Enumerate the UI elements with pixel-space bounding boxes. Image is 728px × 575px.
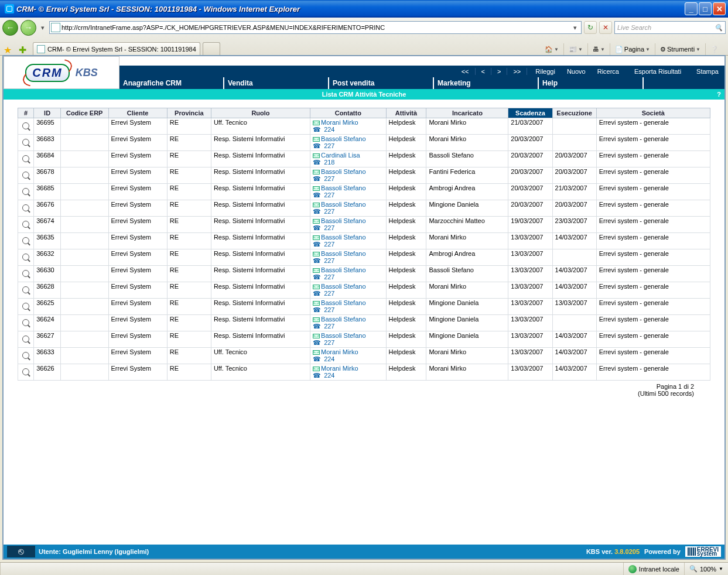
nuovo-button[interactable]: Nuovo xyxy=(561,68,592,75)
view-row-button[interactable] xyxy=(18,118,34,135)
contact-link[interactable]: Bassoli Stefano xyxy=(321,283,365,290)
print-button[interactable]: 🖶▼ xyxy=(590,45,607,54)
contact-link[interactable]: Cardinali Lisa xyxy=(321,152,360,159)
logout-button[interactable]: ⎋ xyxy=(7,546,35,557)
mail-icon[interactable] xyxy=(313,137,320,142)
refresh-button[interactable]: ↻ xyxy=(584,21,597,34)
mail-icon[interactable] xyxy=(313,252,320,256)
page-menu-button[interactable]: 📄 Pagina▼ xyxy=(613,45,652,54)
col-incaricato[interactable]: Incaricato xyxy=(426,108,508,118)
menu-anagrafiche[interactable]: Anagrafiche CRM xyxy=(119,77,223,89)
view-row-button[interactable] xyxy=(18,200,34,217)
menu-postvendita[interactable]: Post vendita xyxy=(328,77,433,89)
contact-link[interactable]: Bassoli Stefano xyxy=(321,234,365,241)
col-scadenza[interactable]: Scadenza xyxy=(508,108,552,118)
stampa-button[interactable]: Stampa xyxy=(691,68,724,75)
view-row-button[interactable] xyxy=(18,315,34,331)
mail-icon[interactable] xyxy=(313,235,320,240)
table-row[interactable]: 36683Errevi SystemREResp. Sistemi Inform… xyxy=(18,135,710,151)
mail-icon[interactable] xyxy=(313,334,320,338)
contact-link[interactable]: Bassoli Stefano xyxy=(321,135,365,142)
col-num[interactable]: # xyxy=(18,108,34,118)
table-row[interactable]: 36628Errevi SystemREResp. Sistemi Inform… xyxy=(18,282,710,299)
back-button[interactable]: ← xyxy=(2,20,18,36)
col-cliente[interactable]: Cliente xyxy=(108,108,167,118)
contact-link[interactable]: Bassoli Stefano xyxy=(321,217,365,224)
nav-next-button[interactable]: > xyxy=(491,68,507,75)
mail-icon[interactable] xyxy=(313,203,320,207)
mail-icon[interactable] xyxy=(313,219,320,224)
contact-link[interactable]: Bassoli Stefano xyxy=(321,299,365,306)
table-row[interactable]: 36695Errevi SystemREUff. TecnicoMorani M… xyxy=(18,118,710,135)
view-row-button[interactable] xyxy=(18,249,34,266)
help-button[interactable]: ❔ xyxy=(708,45,721,54)
zoom-control[interactable]: 🔍 100% ▼ xyxy=(684,563,728,575)
view-row-button[interactable] xyxy=(18,282,34,299)
nav-prev-button[interactable]: < xyxy=(476,68,491,75)
mail-icon[interactable] xyxy=(313,153,320,158)
menu-help[interactable]: Help xyxy=(538,77,642,89)
col-provincia[interactable]: Provincia xyxy=(167,108,211,118)
mail-icon[interactable] xyxy=(313,170,320,174)
mail-icon[interactable] xyxy=(313,186,320,191)
view-row-button[interactable] xyxy=(18,233,34,249)
mail-icon[interactable] xyxy=(313,285,320,289)
ricerca-button[interactable]: Ricerca xyxy=(592,68,625,75)
view-row-button[interactable] xyxy=(18,151,34,167)
table-row[interactable]: 36627Errevi SystemREResp. Sistemi Inform… xyxy=(18,331,710,348)
window-minimize-button[interactable]: _ xyxy=(685,2,698,15)
mail-icon[interactable] xyxy=(313,268,320,273)
table-row[interactable]: 36674Errevi SystemREResp. Sistemi Inform… xyxy=(18,217,710,233)
col-erp[interactable]: Codice ERP xyxy=(61,108,108,118)
contact-link[interactable]: Bassoli Stefano xyxy=(321,201,365,208)
view-row-button[interactable] xyxy=(18,348,34,364)
favorites-star-icon[interactable]: ★ xyxy=(4,45,14,55)
col-esecuzione[interactable]: Esecuzione xyxy=(552,108,596,118)
table-row[interactable]: 36676Errevi SystemREResp. Sistemi Inform… xyxy=(18,200,710,217)
col-id[interactable]: ID xyxy=(34,108,61,118)
address-bar[interactable]: ▾ xyxy=(49,21,582,34)
contact-link[interactable]: Bassoli Stefano xyxy=(321,168,365,175)
table-row[interactable]: 36633Errevi SystemREUff. TecnicoMorani M… xyxy=(18,348,710,364)
view-row-button[interactable] xyxy=(18,266,34,282)
mail-icon[interactable] xyxy=(313,350,320,355)
mail-icon[interactable] xyxy=(313,121,320,125)
stop-button[interactable]: ✕ xyxy=(599,21,612,34)
contact-link[interactable]: Bassoli Stefano xyxy=(321,250,365,257)
contact-link[interactable]: Bassoli Stefano xyxy=(321,184,365,191)
new-tab-button[interactable] xyxy=(203,42,220,55)
url-input[interactable] xyxy=(61,24,570,31)
col-contatto[interactable]: Contatto xyxy=(310,108,386,118)
nav-first-button[interactable]: << xyxy=(456,68,476,75)
table-row[interactable]: 36632Errevi SystemREResp. Sistemi Inform… xyxy=(18,249,710,266)
nav-history-dropdown[interactable]: ▾ xyxy=(39,21,47,34)
mail-icon[interactable] xyxy=(313,301,320,306)
add-favorites-icon[interactable]: ✚ xyxy=(19,45,29,55)
table-row[interactable]: 36624Errevi SystemREResp. Sistemi Inform… xyxy=(18,315,710,331)
search-icon[interactable]: 🔍 xyxy=(715,24,723,32)
contact-link[interactable]: Bassoli Stefano xyxy=(321,316,365,323)
col-societa[interactable]: Società xyxy=(596,108,710,118)
window-maximize-button[interactable]: □ xyxy=(699,2,712,15)
table-row[interactable]: 36630Errevi SystemREResp. Sistemi Inform… xyxy=(18,266,710,282)
view-row-button[interactable] xyxy=(18,167,34,184)
mail-icon[interactable] xyxy=(313,367,320,371)
table-row[interactable]: 36626Errevi SystemREUff. TecnicoMorani M… xyxy=(18,364,710,381)
contact-link[interactable]: Bassoli Stefano xyxy=(321,266,365,273)
address-dropdown-icon[interactable]: ▾ xyxy=(570,24,580,32)
table-row[interactable]: 36685Errevi SystemREResp. Sistemi Inform… xyxy=(18,184,710,200)
esporta-button[interactable]: Esporta Risultati xyxy=(625,68,691,75)
view-row-button[interactable] xyxy=(18,135,34,151)
search-box[interactable]: Live Search 🔍 xyxy=(614,21,726,34)
menu-vendita[interactable]: Vendita xyxy=(223,77,328,89)
rileggi-button[interactable]: Rileggi xyxy=(529,68,561,75)
table-row[interactable]: 36635Errevi SystemREResp. Sistemi Inform… xyxy=(18,233,710,249)
view-row-button[interactable] xyxy=(18,299,34,315)
tools-menu-button[interactable]: ⚙ Strumenti▼ xyxy=(658,45,703,54)
window-close-button[interactable]: ✕ xyxy=(713,2,726,15)
view-row-button[interactable] xyxy=(18,184,34,200)
nav-last-button[interactable]: >> xyxy=(507,68,527,75)
table-row[interactable]: 36678Errevi SystemREResp. Sistemi Inform… xyxy=(18,167,710,184)
col-attivita[interactable]: Attività xyxy=(386,108,426,118)
table-row[interactable]: 36684Errevi SystemREResp. Sistemi Inform… xyxy=(18,151,710,167)
